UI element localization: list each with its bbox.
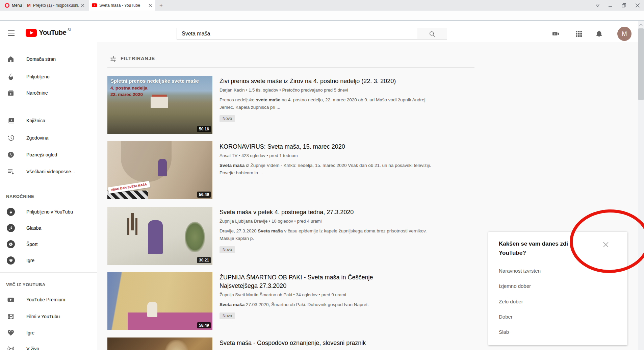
tab-title: Sveta maša - YouTube xyxy=(99,3,146,8)
survey-option[interactable]: Naravnost izvrsten xyxy=(499,268,541,274)
film-icon xyxy=(7,312,15,321)
video-thumbnail[interactable]: 30.21 xyxy=(107,207,212,265)
tab-close-icon[interactable] xyxy=(149,4,152,7)
video-result: Sveta maša - Gospodovo oznanjenje, slove… xyxy=(107,338,489,350)
library-icon xyxy=(7,117,15,125)
account-avatar[interactable]: M xyxy=(617,27,632,41)
survey-option[interactable]: Dober xyxy=(499,314,513,320)
sidebar-item-library[interactable]: Knjižnica xyxy=(0,112,97,129)
sidebar-label: V živo xyxy=(26,346,39,350)
close-window-button[interactable] xyxy=(635,3,640,8)
history-icon xyxy=(7,134,15,142)
search-button[interactable] xyxy=(417,28,447,40)
apps-grid-icon[interactable] xyxy=(575,30,583,38)
sidebar-item-channel-sport[interactable]: Šport xyxy=(0,236,97,252)
tab-search-icon[interactable] xyxy=(595,3,600,8)
sidebar-item-trending[interactable]: Priljubljeno xyxy=(0,69,97,85)
sidebar-item-channel-gaming[interactable]: Igre xyxy=(0,252,97,269)
sidebar-label: Glasba xyxy=(26,225,41,231)
thumbnail-art xyxy=(158,159,167,176)
browser-address-bar: www.youtube.com/results xyxy=(0,10,644,21)
sidebar-label: Filmi v YouTubu xyxy=(26,314,60,319)
sidebar-item-channel-music[interactable]: Glasba xyxy=(0,220,97,236)
video-title[interactable]: Živi prenos svete maše iz Žirov na 4. po… xyxy=(220,77,480,85)
video-thumbnail[interactable]: VSAK DAN SVETA MAŠA 56.49 xyxy=(107,141,212,199)
sidebar-label: Všečkani videoposne... xyxy=(26,169,75,174)
tab-close-icon[interactable] xyxy=(81,4,84,7)
thumbnail-overlay-text: Spletni prenos nedeljske svete maše xyxy=(110,78,199,84)
guide-menu-icon[interactable] xyxy=(8,30,15,36)
new-tab-button[interactable]: + xyxy=(157,2,165,9)
video-meta[interactable]: Darjan Kacin • 1,5 tis. ogledov • Pretoč… xyxy=(220,88,480,93)
sidebar-item-home[interactable]: Domača stran xyxy=(0,51,97,67)
sidebar-divider xyxy=(0,184,97,184)
gaming-icon xyxy=(7,329,15,337)
thumbnail-art xyxy=(147,302,157,317)
sidebar-divider xyxy=(0,272,97,273)
sidebar: Domača stran Priljubljeno Naročnine Knji… xyxy=(0,42,97,350)
sidebar-label: YouTube Premium xyxy=(26,297,65,302)
video-meta[interactable]: Župnija Ljubljana Dravlje • 10 ogledov •… xyxy=(220,219,480,224)
video-thumbnail[interactable]: 58.49 xyxy=(107,272,212,330)
video-result: 30.21 Sveta maša v petek 4. postnega ted… xyxy=(107,207,489,265)
sidebar-item-channel-popular[interactable]: Priljubljeno v YouTubu xyxy=(0,204,97,220)
duration-badge: 50.16 xyxy=(197,126,211,132)
video-meta[interactable]: Ansat TV • 423 ogledov • pred 1 tednom xyxy=(220,153,480,158)
tab-title: Prejeto (1) - mojposkusni.e xyxy=(33,3,79,8)
thumbnail-art xyxy=(148,220,163,254)
survey-option[interactable]: Izjemno dober xyxy=(499,283,531,289)
sidebar-label: Priljubljeno v YouTubu xyxy=(26,209,73,215)
tab-gmail[interactable]: M Prejeto (1) - mojposkusni.e xyxy=(24,0,87,10)
sidebar-item-history[interactable]: Zgodovina xyxy=(0,130,97,146)
survey-option[interactable]: Zelo dober xyxy=(499,299,523,304)
filter-button[interactable]: FILTRIRANJE xyxy=(110,55,155,62)
sidebar-item-liked-videos[interactable]: Všečkani videoposne... xyxy=(0,164,97,180)
gmail-icon: M xyxy=(27,3,31,7)
subscriptions-icon xyxy=(7,89,15,97)
live-broadcast-icon xyxy=(7,345,15,350)
new-badge: Novo xyxy=(220,115,235,122)
sidebar-label: Poznejši ogled xyxy=(26,152,57,157)
opera-logo-icon xyxy=(5,3,9,8)
sidebar-item-gaming[interactable]: Igre xyxy=(0,325,97,341)
sidebar-item-subscriptions[interactable]: Naročnine xyxy=(0,85,97,101)
video-title[interactable]: ŽUPNIJA ŠMARTNO OB PAKI - Sveta maša in … xyxy=(220,273,480,290)
sidebar-item-youtube-premium[interactable]: YouTube Premium xyxy=(0,292,97,308)
opera-menu-button[interactable]: Menu xyxy=(2,0,25,10)
sidebar-label: Knjižnica xyxy=(26,118,45,123)
youtube-logo-icon[interactable] xyxy=(26,29,37,37)
country-code: SI xyxy=(68,28,71,32)
sidebar-label: Šport xyxy=(26,242,37,247)
thumbnail-art xyxy=(131,213,134,230)
video-title[interactable]: KORONAVIRUS: Sveta maša, 15. marec 2020 xyxy=(220,143,480,151)
notifications-bell-icon[interactable] xyxy=(595,30,603,38)
video-title[interactable]: Sveta maša - Gospodovo oznanjenje, slove… xyxy=(220,339,480,347)
video-thumbnail[interactable] xyxy=(107,338,212,350)
video-title[interactable]: Sveta maša v petek 4. postnega tedna, 27… xyxy=(220,208,480,217)
duration-badge: 58.49 xyxy=(197,322,211,328)
restore-button[interactable] xyxy=(621,3,627,8)
video-meta[interactable]: Župnija Sveti Martin Šmartno ob Paki • 3… xyxy=(220,292,480,297)
browser-window: Menu M Prejeto (1) - mojposkusni.e Sveta… xyxy=(0,0,644,350)
channel-avatar-flame-icon xyxy=(7,208,15,216)
survey-option[interactable]: Slab xyxy=(499,329,509,335)
sidebar-label: Zgodovina xyxy=(26,135,48,141)
minimize-button[interactable] xyxy=(608,3,613,8)
youtube-wordmark[interactable]: YouTube xyxy=(39,28,66,36)
sidebar-item-live[interactable]: V živo xyxy=(0,341,97,350)
watch-later-icon xyxy=(7,151,15,159)
scrollbar-thumb[interactable] xyxy=(638,28,644,100)
results-divider xyxy=(107,67,474,68)
sidebar-item-watch-later[interactable]: Poznejši ogled xyxy=(0,147,97,163)
search-input[interactable] xyxy=(177,28,418,40)
page-scrollbar[interactable] xyxy=(638,21,644,350)
sidebar-label: Domača stran xyxy=(26,56,56,62)
sidebar-item-movies[interactable]: Filmi v YouTubu xyxy=(0,308,97,325)
scrollbar-up-icon[interactable] xyxy=(639,22,643,28)
sidebar-label: Igre xyxy=(26,330,34,335)
tab-youtube-active[interactable]: Sveta maša - YouTube xyxy=(89,0,155,10)
create-video-icon[interactable] xyxy=(552,30,560,38)
video-result: VSAK DAN SVETA MAŠA 56.49 KORONAVIRUS: S… xyxy=(107,141,489,199)
video-thumbnail[interactable]: Spletni prenos nedeljske svete maše 4. p… xyxy=(107,76,212,134)
channel-avatar-gaming-icon xyxy=(7,256,15,265)
